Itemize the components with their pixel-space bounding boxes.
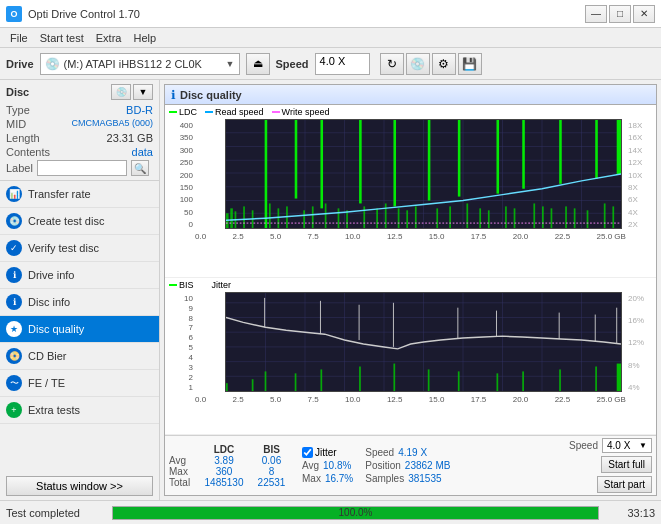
maximize-button[interactable]: □ <box>609 5 631 23</box>
speed-avg-val: 4.19 X <box>398 447 427 458</box>
svg-rect-37 <box>398 208 400 228</box>
menu-file[interactable]: File <box>4 31 34 45</box>
max-label: Max <box>169 466 199 477</box>
verify-test-disc-icon: ✓ <box>6 240 22 256</box>
app-title: Opti Drive Control 1.70 <box>28 8 140 20</box>
disc-label-label: Label <box>6 162 33 174</box>
svg-rect-42 <box>449 206 451 228</box>
speed-stat-label: Speed <box>365 447 394 458</box>
close-button[interactable]: ✕ <box>633 5 655 23</box>
svg-rect-22 <box>269 203 271 228</box>
svg-rect-86 <box>496 373 498 391</box>
bottom-chart-legend: BIS Jitter <box>165 278 656 292</box>
svg-rect-32 <box>359 120 362 203</box>
svg-rect-30 <box>338 208 340 228</box>
speed-dropdown[interactable]: 4.0 X ▼ <box>602 438 652 453</box>
content-area: ℹ Disc quality LDC Read speed <box>160 80 661 500</box>
jitter-legend: Jitter <box>202 280 232 290</box>
bottom-chart-wrapper: 10 9 8 7 6 5 4 3 2 1 <box>165 292 656 394</box>
bis-max: 8 <box>249 466 294 477</box>
speed-label: Speed <box>276 58 309 70</box>
create-test-disc-label: Create test disc <box>28 215 104 227</box>
charts-container: LDC Read speed Write speed <box>165 105 656 435</box>
svg-rect-34 <box>376 208 378 228</box>
write-speed-legend: Write speed <box>272 107 330 117</box>
jitter-avg-val: 10.8% <box>323 460 351 471</box>
top-chart-y-left: 400 350 300 250 200 150 100 50 0 <box>167 119 195 231</box>
disc-mid-label: MID <box>6 118 26 130</box>
jitter-checkbox[interactable] <box>302 447 313 458</box>
svg-rect-43 <box>458 120 461 197</box>
ldc-max: 360 <box>199 466 249 477</box>
svg-rect-52 <box>542 206 544 228</box>
svg-rect-87 <box>522 371 524 391</box>
sidebar-item-fe-te[interactable]: 〜 FE / TE <box>0 370 159 397</box>
start-part-button[interactable]: Start part <box>597 476 652 493</box>
sidebar-item-create-test-disc[interactable]: 💿 Create test disc <box>0 208 159 235</box>
disc-contents-label: Contents <box>6 146 50 158</box>
ldc-avg: 3.89 <box>199 455 249 466</box>
time-display: 33:13 <box>605 507 655 519</box>
disc-quality-icon: ★ <box>6 321 22 337</box>
disc-label-button[interactable]: 🔍 <box>131 160 149 176</box>
svg-rect-53 <box>551 208 553 228</box>
sidebar-item-transfer-rate[interactable]: 📊 Transfer rate <box>0 181 159 208</box>
bottom-chart-svg <box>226 293 621 391</box>
svg-rect-44 <box>466 203 468 228</box>
drive-label: Drive <box>6 58 34 70</box>
refresh-button[interactable]: ↻ <box>380 53 404 75</box>
svg-rect-85 <box>458 371 460 391</box>
fe-te-label: FE / TE <box>28 377 65 389</box>
disc-icon-btn-2[interactable]: ▼ <box>133 84 153 100</box>
menu-extra[interactable]: Extra <box>90 31 128 45</box>
app-icon: O <box>6 6 22 22</box>
disc-section: Disc 💿 ▼ Type BD-R MID CMCMAGBA5 (000) L… <box>0 80 159 181</box>
disc-contents-value: data <box>132 146 153 158</box>
stats-bar: LDC BIS Avg 3.89 0.06 Max 360 8 Total <box>165 435 656 495</box>
svg-rect-17 <box>230 208 233 228</box>
speed-select[interactable]: 4.0 X <box>315 53 370 75</box>
sidebar-item-verify-test-disc[interactable]: ✓ Verify test disc <box>0 235 159 262</box>
disc-length-value: 23.31 GB <box>107 132 153 144</box>
svg-rect-90 <box>617 363 621 390</box>
save-button[interactable]: 💾 <box>458 53 482 75</box>
jitter-section: Jitter Avg 10.8% Max 16.7% <box>302 447 353 484</box>
create-test-disc-icon: 💿 <box>6 213 22 229</box>
jitter-check-label: Jitter <box>315 447 337 458</box>
svg-rect-27 <box>312 206 314 228</box>
fe-te-icon: 〜 <box>6 375 22 391</box>
bottom-chart-inner <box>195 292 626 394</box>
status-window-button[interactable]: Status window >> <box>6 476 153 496</box>
svg-rect-46 <box>488 210 490 228</box>
start-full-button[interactable]: Start full <box>601 456 652 473</box>
disc-icons: 💿 ▼ <box>111 84 153 100</box>
svg-rect-36 <box>393 120 396 206</box>
sidebar-item-disc-info[interactable]: ℹ Disc info <box>0 289 159 316</box>
settings-button[interactable]: ⚙ <box>432 53 456 75</box>
menu-help[interactable]: Help <box>127 31 162 45</box>
ldc-legend: LDC <box>169 107 197 117</box>
sidebar-item-cd-bier[interactable]: 📀 CD Bier <box>0 343 159 370</box>
top-chart-svg <box>226 120 621 228</box>
disc-label-input[interactable] <box>37 160 127 176</box>
svg-rect-48 <box>505 206 507 228</box>
disc-button[interactable]: 💿 <box>406 53 430 75</box>
bis-total: 22531 <box>249 477 294 488</box>
disc-icon-btn-1[interactable]: 💿 <box>111 84 131 100</box>
avg-label: Avg <box>169 455 199 466</box>
svg-rect-56 <box>574 208 576 228</box>
titlebar-controls: — □ ✕ <box>585 5 655 23</box>
bis-avg: 0.06 <box>249 455 294 466</box>
drive-info-icon: ℹ <box>6 267 22 283</box>
eject-button[interactable]: ⏏ <box>246 53 270 75</box>
menu-start-test[interactable]: Start test <box>34 31 90 45</box>
sidebar-item-extra-tests[interactable]: + Extra tests <box>0 397 159 424</box>
action-buttons: Speed 4.0 X ▼ Start full Start part <box>569 438 652 493</box>
drive-select[interactable]: 💿 (M:) ATAPI iHBS112 2 CL0K ▼ <box>40 53 240 75</box>
disc-info-label: Disc info <box>28 296 70 308</box>
minimize-button[interactable]: — <box>585 5 607 23</box>
ldc-legend-color <box>169 111 177 113</box>
sidebar-item-drive-info[interactable]: ℹ Drive info <box>0 262 159 289</box>
sidebar-item-disc-quality[interactable]: ★ Disc quality <box>0 316 159 343</box>
top-chart-inner <box>195 119 626 231</box>
